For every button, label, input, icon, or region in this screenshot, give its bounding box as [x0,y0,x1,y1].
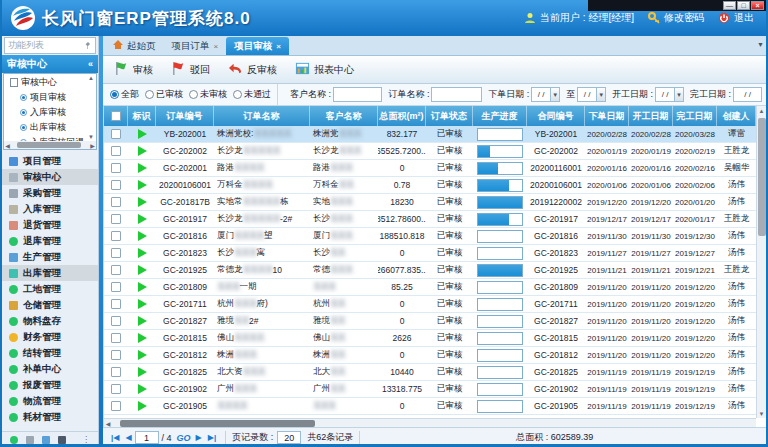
go-button[interactable]: GO [177,433,191,443]
tree-node-出库审核[interactable]: 出库审核 [4,120,96,135]
table-row[interactable]: GC-201925常德龙某某某某10常德某某某266077.835...已审核G… [104,262,756,279]
tree-node-入库审核[interactable]: 入库审核 [4,105,96,120]
scroll-down-icon[interactable]: ▼ [759,409,765,418]
column-header-订单编号[interactable]: 订单编号 [156,106,214,126]
table-row[interactable]: GC-201825北大资某某某北大某某10440已审核GC-2018252019… [104,364,756,381]
cell-select[interactable] [104,313,128,329]
tree-vertical-scrollbar[interactable]: ▲▼ [87,75,95,140]
column-header-选择[interactable] [104,106,128,126]
pen-icon[interactable] [42,436,50,444]
cell-select[interactable] [104,194,128,210]
finish-date-input[interactable]: / /▼ [733,87,762,102]
close-tab-icon[interactable]: × [214,42,219,51]
page-size-input[interactable] [277,431,301,444]
row-checkbox[interactable] [111,316,121,326]
cell-select[interactable] [104,296,128,312]
close-tab-icon[interactable]: × [276,42,281,51]
first-page-button[interactable]: |◀ [111,433,119,442]
sidebar-item-采购管理[interactable]: 采购管理 [2,185,98,201]
sidebar-item-退货管理[interactable]: 退货管理 [2,217,98,233]
radio-未审核[interactable]: 未审核 [189,88,227,101]
sidebar-item-入库管理[interactable]: 入库管理 [2,201,98,217]
cell-select[interactable] [104,160,128,176]
next-page-button[interactable]: ▶ [196,433,202,442]
table-row[interactable]: GC-201917长沙龙某某某某某-2#长沙某某某8512.78600...已审… [104,211,756,228]
change-password-button[interactable]: 修改密码 [648,11,704,25]
table-vertical-scrollbar[interactable]: ▲ ▼ [756,106,766,418]
table-row[interactable]: GC-201816厦门某某某某望厦门某某某188510.818已审核GC-201… [104,228,756,245]
tree-root-node[interactable]: 审核中心 [4,74,96,90]
green-dot-icon[interactable] [10,436,18,444]
row-checkbox[interactable] [111,265,121,275]
approve-button[interactable]: 审核 [109,57,162,82]
sidebar-item-出库管理[interactable]: 出库管理 [2,265,98,281]
column-header-生产进度[interactable]: 生产进度 [473,106,527,126]
sidebar-item-退库管理[interactable]: 退库管理 [2,233,98,249]
table-row[interactable]: GC-201905某某某某某某某0已审核GC-2019052019/11/192… [104,398,756,415]
scroll-right-icon[interactable]: ▶ [89,142,96,149]
table-row[interactable]: GC-201812株洲某某某株洲某某0已审核GC-2018122019/11/2… [104,347,756,364]
tree-node-项目审核[interactable]: 项目审核 [4,90,96,105]
row-checkbox[interactable] [111,367,121,377]
table-row[interactable]: GC-201817B实地常某某某某某栋实地某某某18230已审核20191220… [104,194,756,211]
page-number-input[interactable] [135,431,159,444]
sidebar-item-项目管理[interactable]: 项目管理 [2,153,98,169]
reject-button[interactable]: 驳回 [166,57,219,82]
column-header-总面积(m²)[interactable]: 总面积(m²) [378,106,426,126]
pushpin-icon[interactable] [84,42,92,50]
tree-horizontal-scrollbar[interactable]: ◀ ▶ [4,141,96,149]
row-checkbox[interactable] [111,231,121,241]
column-header-开工日期[interactable]: 开工日期 [629,106,673,126]
table-row[interactable]: GC-201815佛山某某某某佛山某某2626已审核GC-2018152019/… [104,330,756,347]
row-checkbox[interactable] [111,197,121,207]
scrollbar-thumb[interactable] [120,420,315,427]
column-header-订单名称[interactable]: 订单名称 [214,106,310,126]
sidebar-item-报废管理[interactable]: 报废管理 [2,377,98,393]
column-header-客户名称[interactable]: 客户名称 [310,106,378,126]
row-checkbox[interactable] [111,248,121,258]
cell-select[interactable] [104,364,128,380]
row-checkbox[interactable] [111,282,121,292]
sidebar-item-物流管理[interactable]: 物流管理 [2,393,98,409]
cell-select[interactable] [104,177,128,193]
row-checkbox[interactable] [111,180,121,190]
sidebar-item-仓储管理[interactable]: 仓储管理 [2,297,98,313]
radio-已审核[interactable]: 已审核 [145,88,183,101]
sidebar-item-生产管理[interactable]: 生产管理 [2,249,98,265]
radio-全部[interactable]: 全部 [110,88,139,101]
calendar-dropdown-icon[interactable]: ▼ [550,88,559,101]
sidebar-item-工地管理[interactable]: 工地管理 [2,281,98,297]
order-date-to-input[interactable]: / /▼ [577,87,606,102]
table-row[interactable]: YB-202001株洲党校:某某某某某株洲党某某某832.177已审核YB-20… [104,126,756,143]
close-button[interactable]: × [751,1,764,10]
cell-select[interactable] [104,398,128,414]
cell-select[interactable] [104,279,128,295]
table-row[interactable]: GC-201823长沙某某某寓长沙某某0已审核GC-2018232019/11/… [104,245,756,262]
row-checkbox[interactable] [111,333,121,343]
tab-起始页[interactable]: 起始页 [105,37,164,55]
table-row[interactable]: GC-202001路港某某某某路港某某某0已审核202001160012020/… [104,160,756,177]
prev-page-button[interactable]: ◀ [125,433,131,442]
cell-select[interactable] [104,126,128,142]
tab-overflow-icon[interactable]: ▼ [757,41,764,48]
minimize-button[interactable]: — [723,1,736,10]
radio-未通过[interactable]: 未通过 [233,88,271,101]
table-row[interactable]: GC-201809某某某一期某某某85.25已审核GC-2018092019/1… [104,279,756,296]
column-header-标识[interactable]: 标识 [128,106,156,126]
column-header-创建人[interactable]: 创建人 [717,106,756,126]
sidebar-item-财务管理[interactable]: 财务管理 [2,329,98,345]
table-row[interactable]: GC-201827雅境某某2#雅境某某0已审核GC-2018272019/11/… [104,313,756,330]
row-checkbox[interactable] [111,299,121,309]
maximize-button[interactable]: □ [737,1,750,10]
calendar-dropdown-icon[interactable]: ▼ [596,88,605,101]
cart-icon[interactable] [26,436,34,444]
cell-select[interactable] [104,245,128,261]
scroll-left-icon[interactable]: ◀ [104,420,112,427]
tab-项目审核[interactable]: 项目审核× [226,37,289,55]
cell-select[interactable] [104,211,128,227]
column-header-完工日期[interactable]: 完工日期 [673,106,717,126]
table-horizontal-scrollbar[interactable]: ◀ [104,418,756,427]
sidebar-item-物料盘存[interactable]: 物料盘存 [2,313,98,329]
table-row[interactable]: GC-201902广州某某某广州某某13318.775已审核GC-2019022… [104,381,756,398]
scrollbar-thumb[interactable] [17,142,81,148]
